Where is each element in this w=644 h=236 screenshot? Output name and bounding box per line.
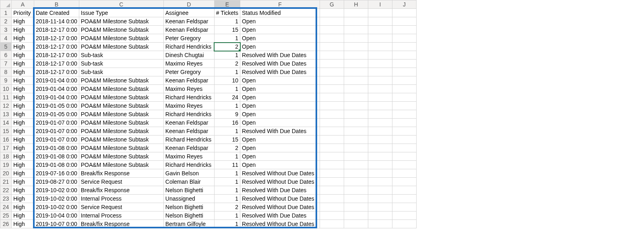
cell-A8[interactable]: High bbox=[12, 68, 34, 76]
cell-H20[interactable] bbox=[344, 169, 368, 178]
cell-H12[interactable] bbox=[344, 102, 368, 110]
cell-C5[interactable]: POA&M Milestone Subtask bbox=[79, 43, 163, 51]
cell-J23[interactable] bbox=[392, 195, 417, 203]
cell-E8[interactable]: 1 bbox=[214, 68, 240, 76]
cell-D14[interactable]: Keenan Feldspar bbox=[163, 119, 214, 127]
cell-H11[interactable] bbox=[344, 93, 368, 102]
cell-G9[interactable] bbox=[320, 76, 344, 85]
cell-D6[interactable]: Dinesh Chugtai bbox=[163, 51, 214, 60]
cell-I17[interactable] bbox=[368, 144, 392, 152]
cell-H23[interactable] bbox=[344, 195, 368, 203]
cell-C24[interactable]: Service Request bbox=[79, 203, 163, 211]
cell-B10[interactable]: 2019-01-04 0:00 bbox=[34, 85, 79, 93]
cell-E2[interactable]: 1 bbox=[214, 17, 240, 26]
cell-A4[interactable]: High bbox=[12, 34, 34, 43]
cell-J5[interactable] bbox=[392, 43, 417, 51]
cell-F25[interactable]: Resolved With Due Dates bbox=[240, 211, 320, 220]
cell-C4[interactable]: POA&M Milestone Subtask bbox=[79, 34, 163, 43]
cell-E19[interactable]: 11 bbox=[214, 161, 240, 169]
cell-H5[interactable] bbox=[344, 43, 368, 51]
cell-B20[interactable]: 2019-07-16 0:00 bbox=[34, 169, 79, 178]
column-header-E[interactable]: E bbox=[214, 0, 240, 9]
cell-B21[interactable]: 2019-08-27 0:00 bbox=[34, 178, 79, 186]
cell-E16[interactable]: 15 bbox=[214, 135, 240, 144]
cell-C18[interactable]: POA&M Milestone Subtask bbox=[79, 152, 163, 161]
cell-C7[interactable]: Sub-task bbox=[79, 60, 163, 68]
cell-A20[interactable]: High bbox=[12, 169, 34, 178]
cell-A25[interactable]: High bbox=[12, 211, 34, 220]
cell-I6[interactable] bbox=[368, 51, 392, 60]
row-header[interactable]: 15 bbox=[0, 127, 12, 135]
cell-B15[interactable]: 2019-01-07 0:00 bbox=[34, 127, 79, 135]
cell-D20[interactable]: Gavin Belson bbox=[163, 169, 214, 178]
cell-D8[interactable]: Peter Gregory bbox=[163, 68, 214, 76]
cell-E25[interactable]: 1 bbox=[214, 211, 240, 220]
cell-J1[interactable] bbox=[392, 9, 417, 17]
cell-J19[interactable] bbox=[392, 161, 417, 169]
cell-C3[interactable]: POA&M Milestone Subtask bbox=[79, 26, 163, 34]
cell-G6[interactable] bbox=[320, 51, 344, 60]
cell-G18[interactable] bbox=[320, 152, 344, 161]
cell-F26[interactable]: Resolved Without Due Dates bbox=[240, 220, 320, 228]
cell-E15[interactable]: 1 bbox=[214, 127, 240, 135]
cell-D5[interactable]: Richard Hendricks bbox=[163, 43, 214, 51]
column-header-D[interactable]: D bbox=[163, 0, 214, 9]
cell-G11[interactable] bbox=[320, 93, 344, 102]
cell-I14[interactable] bbox=[368, 119, 392, 127]
cell-D4[interactable]: Peter Gregory bbox=[163, 34, 214, 43]
cell-F13[interactable]: Open bbox=[240, 110, 320, 119]
cell-C25[interactable]: Internal Process bbox=[79, 211, 163, 220]
cell-J24[interactable] bbox=[392, 203, 417, 211]
cell-C21[interactable]: Service Request bbox=[79, 178, 163, 186]
cell-E23[interactable]: 1 bbox=[214, 195, 240, 203]
cell-E6[interactable]: 1 bbox=[214, 51, 240, 60]
cell-H2[interactable] bbox=[344, 17, 368, 26]
cell-C26[interactable]: Break/fix Response bbox=[79, 220, 163, 228]
cell-J3[interactable] bbox=[392, 26, 417, 34]
cell-H16[interactable] bbox=[344, 135, 368, 144]
cell-J8[interactable] bbox=[392, 68, 417, 76]
cell-E12[interactable]: 1 bbox=[214, 102, 240, 110]
cell-I5[interactable] bbox=[368, 43, 392, 51]
cell-B2[interactable]: 2018-11-14 0:00 bbox=[34, 17, 79, 26]
cell-A26[interactable]: High bbox=[12, 220, 34, 228]
cell-H9[interactable] bbox=[344, 76, 368, 85]
cell-G8[interactable] bbox=[320, 68, 344, 76]
cell-F18[interactable]: Open bbox=[240, 152, 320, 161]
cell-B18[interactable]: 2019-01-08 0:00 bbox=[34, 152, 79, 161]
cell-D22[interactable]: Nelson Bighetti bbox=[163, 186, 214, 195]
cell-H17[interactable] bbox=[344, 144, 368, 152]
column-header-I[interactable]: I bbox=[368, 0, 392, 9]
cell-A18[interactable]: High bbox=[12, 152, 34, 161]
cell-G20[interactable] bbox=[320, 169, 344, 178]
cell-I3[interactable] bbox=[368, 26, 392, 34]
cell-C19[interactable]: POA&M Milestone Subtask bbox=[79, 161, 163, 169]
cell-I8[interactable] bbox=[368, 68, 392, 76]
cell-D18[interactable]: Maximo Reyes bbox=[163, 152, 214, 161]
row-header[interactable]: 14 bbox=[0, 119, 12, 127]
cell-E4[interactable]: 1 bbox=[214, 34, 240, 43]
cell-G1[interactable] bbox=[320, 9, 344, 17]
cell-I10[interactable] bbox=[368, 85, 392, 93]
cell-J21[interactable] bbox=[392, 178, 417, 186]
row-header[interactable]: 22 bbox=[0, 186, 12, 195]
row-header[interactable]: 19 bbox=[0, 161, 12, 169]
row-header[interactable]: 23 bbox=[0, 195, 12, 203]
cell-H7[interactable] bbox=[344, 60, 368, 68]
cell-A1[interactable]: Priority bbox=[12, 9, 34, 17]
row-header[interactable]: 17 bbox=[0, 144, 12, 152]
cell-D25[interactable]: Nelson Bighetti bbox=[163, 211, 214, 220]
cell-J13[interactable] bbox=[392, 110, 417, 119]
cell-H1[interactable] bbox=[344, 9, 368, 17]
cell-G13[interactable] bbox=[320, 110, 344, 119]
cell-B26[interactable]: 2019-10-07 0:00 bbox=[34, 220, 79, 228]
cell-F22[interactable]: Resolved With Due Dates bbox=[240, 186, 320, 195]
cell-A17[interactable]: High bbox=[12, 144, 34, 152]
cell-F15[interactable]: Resolved With Due Dates bbox=[240, 127, 320, 135]
cell-B7[interactable]: 2018-12-17 0:00 bbox=[34, 60, 79, 68]
cell-C11[interactable]: POA&M Milestone Subtask bbox=[79, 93, 163, 102]
cell-D9[interactable]: Keenan Feldspar bbox=[163, 76, 214, 85]
cell-F11[interactable]: Open bbox=[240, 93, 320, 102]
cell-I7[interactable] bbox=[368, 60, 392, 68]
cell-C13[interactable]: POA&M Milestone Subtask bbox=[79, 110, 163, 119]
